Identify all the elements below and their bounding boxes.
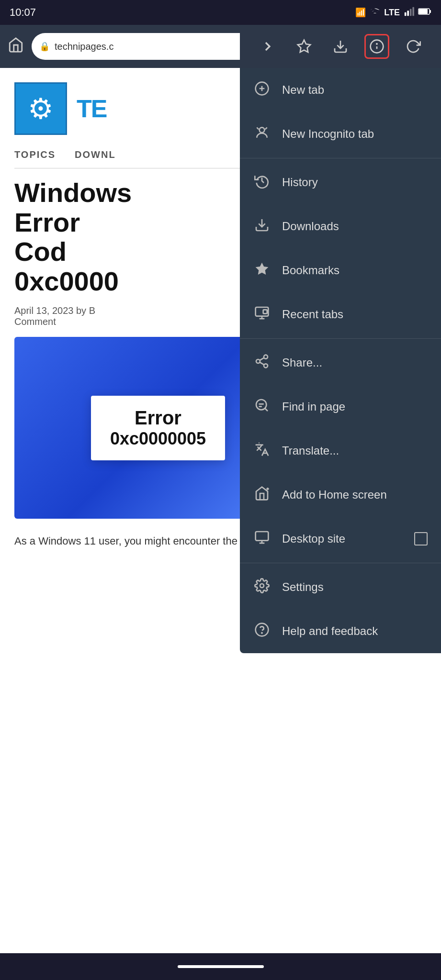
article-comment: Comment (14, 316, 56, 327)
battery-icon (418, 7, 431, 18)
download-label: DOWNL (75, 149, 116, 160)
svg-rect-0 (405, 12, 407, 15)
desktop-site-label: Desktop site (282, 532, 403, 546)
error-title: Error (110, 407, 206, 429)
svg-rect-6 (430, 10, 431, 13)
settings-label: Settings (282, 580, 428, 594)
translate-label: Translate... (282, 444, 428, 457)
share-label: Share... (282, 356, 428, 369)
lock-icon: 🔒 (39, 41, 50, 52)
bottom-nav-bar (0, 953, 441, 980)
downloads-label: Downloads (282, 220, 428, 233)
refresh-button[interactable] (401, 34, 426, 59)
history-icon (253, 173, 271, 192)
status-icons: 📶 LTE (355, 6, 431, 19)
logo-gear-icon: ⚙ (28, 92, 54, 125)
svg-rect-31 (259, 403, 264, 405)
error-code: 0xc0000005 (110, 429, 206, 449)
incognito-icon (253, 125, 271, 144)
menu-item-bookmarks[interactable]: Bookmarks (240, 248, 441, 292)
bookmark-button[interactable] (292, 34, 317, 59)
divider-1 (240, 158, 441, 158)
bookmarks-icon (253, 261, 271, 280)
home-button[interactable] (8, 37, 24, 56)
menu-item-help[interactable]: Help and feedback (240, 609, 441, 653)
share-icon (253, 354, 271, 372)
svg-line-27 (260, 362, 264, 365)
recent-tabs-label: Recent tabs (282, 308, 428, 321)
site-logo: ⚙ (14, 82, 67, 135)
help-icon (253, 622, 271, 641)
svg-point-25 (256, 359, 260, 363)
svg-marker-19 (256, 262, 269, 274)
translate-icon (253, 442, 271, 460)
new-tab-icon (253, 81, 271, 100)
svg-line-16 (257, 127, 259, 129)
article-title: Windows Error Cod 0xc0000 (14, 178, 129, 296)
menu-item-history[interactable]: History (240, 160, 441, 204)
recent-tabs-icon (253, 305, 271, 324)
svg-line-17 (265, 127, 267, 129)
url-display: technipages.c (55, 41, 113, 52)
signal-icon (404, 6, 414, 19)
svg-rect-3 (412, 7, 414, 15)
menu-item-share[interactable]: Share... (240, 341, 441, 385)
divider-2 (240, 338, 441, 339)
desktop-site-checkbox[interactable] (414, 532, 428, 546)
add-home-label: Add to Home screen (282, 488, 428, 501)
status-bar: 10:07 📶 LTE (0, 0, 441, 25)
menu-item-incognito[interactable]: New Incognito tab (240, 112, 441, 156)
find-in-page-label: Find in page (282, 400, 428, 413)
menu-item-new-tab[interactable]: New tab (240, 68, 441, 112)
bookmarks-label: Bookmarks (282, 264, 428, 277)
svg-rect-35 (256, 532, 269, 541)
add-home-icon (253, 486, 271, 504)
dropdown-menu: New tab New Incognito tab (240, 25, 441, 653)
new-tab-label: New tab (282, 83, 428, 97)
help-label: Help and feedback (282, 624, 428, 638)
find-in-page-icon (253, 398, 271, 416)
menu-item-add-home[interactable]: Add to Home screen (240, 473, 441, 517)
menu-item-desktop-site[interactable]: Desktop site (240, 517, 441, 561)
incognito-label: New Incognito tab (282, 127, 428, 141)
divider-3 (240, 563, 441, 563)
home-indicator (178, 965, 264, 968)
svg-rect-23 (263, 310, 267, 313)
menu-items-list: New tab New Incognito tab (240, 68, 441, 653)
menu-toolbar (240, 25, 441, 68)
menu-item-translate[interactable]: Translate... (240, 429, 441, 473)
topics-label: TOPICS (14, 149, 56, 160)
info-button[interactable] (364, 34, 389, 59)
svg-rect-1 (407, 11, 409, 16)
history-label: History (282, 176, 428, 189)
article-date: April 13, 2023 by B (14, 305, 95, 316)
time-display: 10:07 (10, 6, 36, 19)
downloads-icon (253, 217, 271, 236)
svg-line-28 (260, 357, 264, 360)
svg-point-24 (264, 355, 268, 358)
svg-rect-32 (259, 406, 262, 407)
svg-rect-20 (256, 307, 269, 316)
svg-point-38 (260, 584, 264, 588)
error-box: Error 0xc0000005 (91, 396, 225, 460)
settings-icon (253, 578, 271, 597)
site-name: TE (77, 94, 106, 123)
svg-marker-7 (298, 40, 311, 52)
svg-line-30 (265, 408, 268, 411)
svg-point-15 (260, 127, 265, 133)
svg-point-26 (264, 364, 268, 368)
desktop-site-icon (253, 530, 271, 548)
wifi-icon (370, 6, 380, 19)
menu-item-recent-tabs[interactable]: Recent tabs (240, 292, 441, 336)
svg-rect-5 (419, 9, 428, 14)
phone-icon: 📶 (355, 7, 366, 18)
menu-item-downloads[interactable]: Downloads (240, 204, 441, 248)
download-button[interactable] (328, 34, 353, 59)
forward-button[interactable] (255, 34, 280, 59)
menu-item-find-in-page[interactable]: Find in page (240, 385, 441, 429)
menu-item-settings[interactable]: Settings (240, 565, 441, 609)
svg-rect-2 (410, 9, 412, 16)
lte-badge: LTE (384, 8, 400, 18)
